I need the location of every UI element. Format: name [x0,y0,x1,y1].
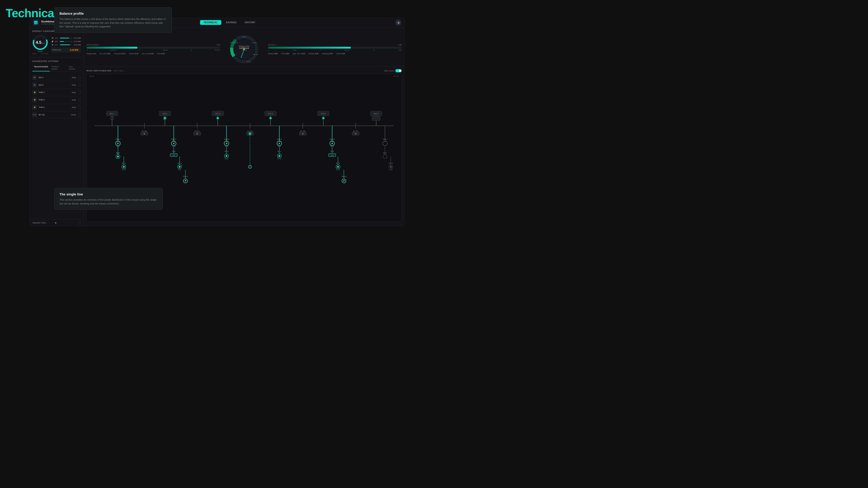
action-cmd-dg3: Stop [72,76,76,78]
svg-point-53 [144,133,145,135]
action-check-thr1[interactable] [78,91,81,94]
svg-point-31 [164,117,166,119]
sb-subtitle: 6.6kV / 60Hz [113,70,124,72]
action-cmd-thr3: Stop [72,99,76,101]
nav-tab-history[interactable]: HISTORY [241,20,259,25]
nav-tab-technical[interactable]: TECHNICAL [200,20,221,25]
svg-text:TLS: TLS [172,151,175,153]
action-item-dg3: ⚙ DG 3 Stop [32,74,81,81]
action-cmd-dg5: Stop [72,84,76,86]
hide-losses-row: Hide Losses [384,69,402,72]
nav-tab-savings[interactable]: SAVINGS [222,20,240,25]
safety-markers: 0Risky5Optimal10Safe [268,49,402,51]
stat-bar-2 [60,41,73,42]
svg-text:THR 5: THR 5 [224,138,229,140]
efficiency-bar [87,47,220,48]
action-item-thr1: ⚡ THR 1 Stop [32,89,81,96]
svg-text:Inefficient: Inefficient [230,54,237,55]
svg-point-36 [217,117,219,119]
action-item-btcd: •—• BT CD Close [32,111,81,119]
stat-label-2: 0.9 [55,40,59,42]
app-logo [33,20,39,26]
svg-text:BT CD: BT CD [247,130,253,132]
svg-rect-50 [372,116,380,121]
svg-point-46 [322,117,324,119]
svg-text:DT 4: DT 4 [336,162,340,164]
power-loss-label: Power loss [52,49,61,51]
action-name-dg5: DG 5 [39,84,70,86]
radial-gauge: Optimal Low risk High risk Unsafe Ineffi… [229,35,259,64]
svg-text:DG 6: DG 6 [374,112,379,115]
power-gauge: 4.5 MW [32,35,48,51]
action-cmd-btcd: Close [71,113,76,116]
power-range-max: 14.74 MW [41,53,48,55]
svg-text:DG 1: DG 1 [110,112,114,115]
action-icon-dg5: ⚙ [32,83,37,87]
action-check-thr3[interactable] [78,98,81,101]
operator-notes-label: Operator notes [32,222,55,224]
svg-text:DG 5: DG 5 [321,112,326,115]
svg-text:2nd: 2nd [178,169,181,170]
stat-bar-1 [60,38,73,38]
stat-label-3: 2.2 [55,44,59,46]
stat-bar-3 [60,44,73,45]
efficiency-label: EFFICIENCY [87,44,100,46]
energy-content: 4.5 MW Power 0 MW 14.74 MW [32,35,81,55]
svg-text:DG 4: DG 4 [268,112,273,115]
tooltip-singleline: The single line This section provides an… [54,188,163,210]
safety-score: 0.26 [398,44,402,46]
action-check-thr5[interactable] [78,106,81,109]
power-loss-row: Power loss 0.43 MW [51,47,81,53]
power-label: Power [32,51,48,53]
svg-text:Low risk: Low risk [252,42,257,43]
theme-toggle[interactable]: ◑ [395,20,401,26]
svg-text:1.7m: 1.7m [389,169,393,170]
svg-text:900T: 900T [383,152,387,154]
power-value: 4.5 MW [36,40,45,45]
hide-losses-label: Hide Losses [384,70,394,72]
radial-status: Inefficient [239,47,249,49]
operator-notes-check[interactable] [78,221,81,224]
stat-val-2: 2.12 MW [74,40,81,42]
action-check-dg3[interactable] [78,76,81,79]
balance-section: BALANCE PROFILE EFFICIENCY 0.25 0Ineffic… [84,27,404,67]
app-logo-icon [34,21,38,24]
svg-text:DT 3: DT 3 [178,162,182,164]
stat-icon-3: ⚙ [51,43,54,46]
actions-section-title: SUGGESTED ACTIONS [32,60,81,62]
power-unit: MW [41,42,45,44]
svg-text:⚡: ⚡ [343,180,345,182]
action-cmd-thr5: Stop [72,106,76,108]
svg-text:BT AB: BT AB [142,130,147,132]
svg-text:BT BC: BT BC [195,130,200,132]
action-icon-thr5: ⚡ [32,105,37,109]
hide-losses-toggle[interactable] [395,69,402,72]
svg-text:THR 7: THR 7 [382,138,388,140]
tab-recommended[interactable]: Recommended [32,65,50,71]
action-name-thr1: THR 1 [39,91,70,94]
svg-point-63 [302,133,304,135]
action-check-dg5[interactable] [78,84,81,87]
action-name-thr5: THR 5 [39,106,70,108]
stat-row-1: ⚙ 1.4 15.2 MW [51,37,81,39]
svg-text:DT 2: DT 2 [277,151,281,153]
svg-text:⚡: ⚡ [278,142,281,145]
tab-medium-impact[interactable]: Medium impact [50,65,67,71]
action-check-btcd[interactable] [78,113,81,116]
action-name-dg3: DG 3 [39,76,70,78]
tooltip-balance-profile: Balance profile The balance profile show… [54,7,172,33]
svg-point-119 [383,155,387,159]
stat-val-3: 15.8 MW [74,44,81,46]
svg-text:THR 4: THR 4 [277,138,282,140]
operator-notes[interactable]: Operator notes ▶ [30,219,84,226]
svg-text:0.1 w: 0.1 w [225,158,228,160]
svg-text:TLS: TLS [172,155,175,156]
svg-text:DG 3: DG 3 [215,112,220,115]
switchboard-header: MAIN SWITCHBOARD 6.6kV / 60Hz Hide Losse… [87,69,402,72]
svg-text:5.7 w: 5.7 w [336,169,340,170]
sb-label-right: BT FA [394,75,399,77]
svg-point-111 [278,155,280,157]
action-item-thr3: ⚡ THR 3 Stop [32,96,81,104]
svg-point-123 [123,166,125,168]
tab-low-impact[interactable]: Low impact [67,65,81,71]
